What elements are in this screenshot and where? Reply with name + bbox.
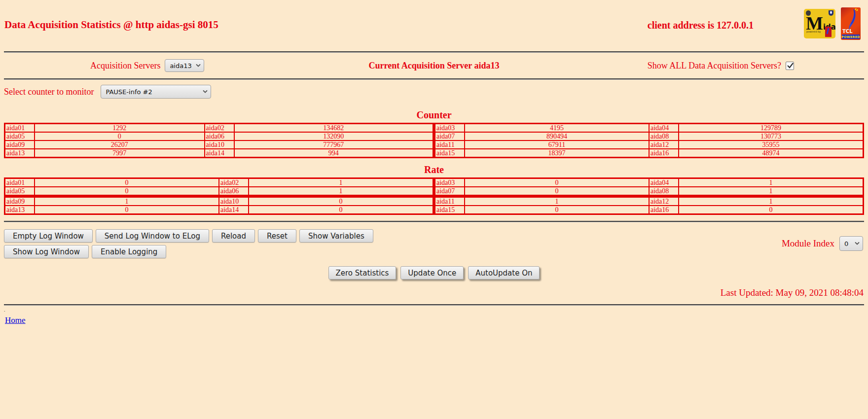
- stat-label-cell: aida13: [5, 206, 35, 214]
- stat-label-cell: aida12: [649, 197, 679, 206]
- tcl-powered-logo[interactable]: TCL POWERED: [841, 7, 861, 40]
- stat-value-cell: 0: [465, 187, 649, 195]
- counter-table: aida011292aida02134682aida050aida0613209…: [4, 123, 864, 158]
- stat-value-cell: 1: [249, 178, 433, 187]
- table-divider: [4, 221, 864, 222]
- counter-section-title: Counter: [4, 109, 864, 121]
- home-link[interactable]: Home: [5, 315, 26, 325]
- stat-label-cell: aida06: [219, 187, 249, 195]
- acquisition-servers-label: Acquisition Servers: [90, 61, 160, 71]
- client-address-text: client address is 127.0.0.1: [648, 20, 754, 31]
- table-row: aida050aida061: [5, 187, 433, 195]
- table-row: aida150aida160: [435, 206, 863, 214]
- stat-label-cell: aida12: [649, 140, 679, 149]
- module-index-select[interactable]: 0: [839, 236, 863, 251]
- stat-value-cell: 67911: [465, 140, 649, 149]
- log-buttons-row-2: Show Log WindowEnable Logging: [4, 245, 864, 258]
- table-row: aida1167911aida1235955: [435, 140, 863, 149]
- module-index-label: Module Index: [782, 238, 834, 249]
- stat-value-cell: 18397: [465, 149, 649, 157]
- reset-button[interactable]: Reset: [258, 229, 296, 243]
- tcl-powered-bar: POWERED: [842, 35, 860, 39]
- stat-label-cell: aida07: [435, 132, 465, 140]
- rate-table-bottom-right: aida111aida121aida150aida160: [434, 196, 864, 215]
- server-select-group: Acquisition Servers aida13: [4, 59, 290, 72]
- stat-label-cell: aida03: [435, 124, 465, 132]
- stat-label-cell: aida04: [649, 124, 679, 132]
- reload-button[interactable]: Reload: [212, 229, 255, 243]
- page-title: Data Acquisition Statistics @ http aidas…: [4, 19, 218, 31]
- stat-value-cell: 0: [679, 206, 863, 214]
- stat-value-cell: 890494: [465, 132, 649, 140]
- footer-dot: .: [4, 308, 864, 313]
- midas-powered-by-text: powered by: [806, 30, 821, 33]
- footer-divider: [4, 304, 864, 306]
- table-row: aida0926207aida10777967: [5, 140, 433, 149]
- acquisition-server-bar: Acquisition Servers aida13 Current Acqui…: [4, 53, 864, 78]
- zero-statistics-button[interactable]: Zero Statistics: [328, 266, 397, 279]
- table-row: aida091aida100: [5, 197, 433, 206]
- stat-value-cell: 1: [679, 178, 863, 187]
- table-row: aida070aida081: [435, 187, 863, 195]
- table-row: aida111aida121: [435, 197, 863, 206]
- stat-label-cell: aida14: [205, 149, 234, 157]
- stat-value-cell: 48974: [679, 149, 863, 157]
- stat-value-cell: 1: [249, 187, 433, 195]
- stat-value-cell: 0: [35, 187, 219, 195]
- stat-label-cell: aida06: [205, 132, 234, 140]
- stat-value-cell: 129789: [679, 124, 863, 132]
- acquisition-server-select[interactable]: aida13: [165, 59, 204, 72]
- stat-value-cell: 777967: [234, 140, 433, 149]
- page-header: Data Acquisition Statistics @ http aidas…: [4, 4, 864, 51]
- show-log-window-button[interactable]: Show Log Window: [4, 245, 89, 258]
- show-variables-button[interactable]: Show Variables: [299, 229, 373, 243]
- show-all-label: Show ALL Data Acquisition Servers?: [648, 61, 781, 71]
- log-buttons-row-1: Empty Log WindowSend Log Window to ELogR…: [4, 229, 864, 243]
- table-row: aida07890494aida08130773: [435, 132, 863, 140]
- autoupdate-on-button[interactable]: AutoUpdate On: [468, 266, 540, 279]
- stat-label-cell: aida13: [5, 149, 35, 157]
- current-server-text: Current Acquisition Server aida13: [290, 61, 577, 71]
- midas-logo[interactable]: Midas powered by: [804, 9, 835, 38]
- stat-label-cell: aida09: [5, 197, 35, 206]
- stat-value-cell: 0: [465, 178, 649, 187]
- stat-label-cell: aida10: [219, 197, 249, 206]
- statistics-actions-row: Zero StatisticsUpdate OnceAutoUpdate On: [4, 266, 864, 279]
- controls-section: Empty Log WindowSend Log Window to ELogR…: [4, 229, 864, 258]
- empty-log-window-button[interactable]: Empty Log Window: [4, 229, 93, 243]
- stat-label-cell: aida10: [205, 140, 234, 149]
- stat-label-cell: aida01: [5, 124, 35, 132]
- stat-value-cell: 0: [249, 206, 433, 214]
- midas-mini-tcl-icon: [825, 27, 832, 37]
- table-row: aida011292aida02134682: [5, 124, 433, 132]
- rate-table-top: aida010aida021aida050aida061 aida030aida…: [4, 177, 864, 196]
- stat-label-cell: aida02: [219, 178, 249, 187]
- stat-value-cell: 4195: [465, 124, 649, 132]
- table-row: aida030aida041: [435, 178, 863, 187]
- stat-label-cell: aida02: [205, 124, 234, 132]
- last-updated-text: Last Updated: May 09, 2021 08:48:04: [4, 287, 864, 298]
- send-log-window-to-elog-button[interactable]: Send Log Window to ELog: [96, 229, 209, 243]
- stat-value-cell: 1: [679, 187, 863, 195]
- counter-monitor-select[interactable]: PAUSE-info #2: [101, 85, 211, 99]
- stat-value-cell: 1: [465, 197, 649, 206]
- stat-value-cell: 1: [679, 197, 863, 206]
- table-row: aida1518397aida1648974: [435, 149, 863, 157]
- counter-select-bar: Select counter to monitor PAUSE-info #2: [4, 80, 864, 104]
- update-once-button[interactable]: Update Once: [400, 266, 464, 279]
- rate-table-bottom: aida091aida100aida130aida140 aida111aida…: [4, 196, 864, 215]
- stat-value-cell: 0: [465, 206, 649, 214]
- show-all-checkbox[interactable]: [786, 62, 794, 70]
- stat-label-cell: aida01: [5, 178, 35, 187]
- stat-value-cell: 26207: [35, 140, 205, 149]
- stat-value-cell: 1292: [35, 124, 205, 132]
- stat-value-cell: 134682: [234, 124, 433, 132]
- stat-label-cell: aida03: [435, 178, 465, 187]
- stat-label-cell: aida05: [5, 132, 35, 140]
- enable-logging-button[interactable]: Enable Logging: [92, 245, 166, 258]
- stat-value-cell: 7997: [35, 149, 205, 157]
- stat-value-cell: 0: [35, 178, 219, 187]
- stat-label-cell: aida08: [649, 132, 679, 140]
- rate-table-top-left: aida010aida021aida050aida061: [4, 177, 434, 196]
- stat-label-cell: aida16: [649, 149, 679, 157]
